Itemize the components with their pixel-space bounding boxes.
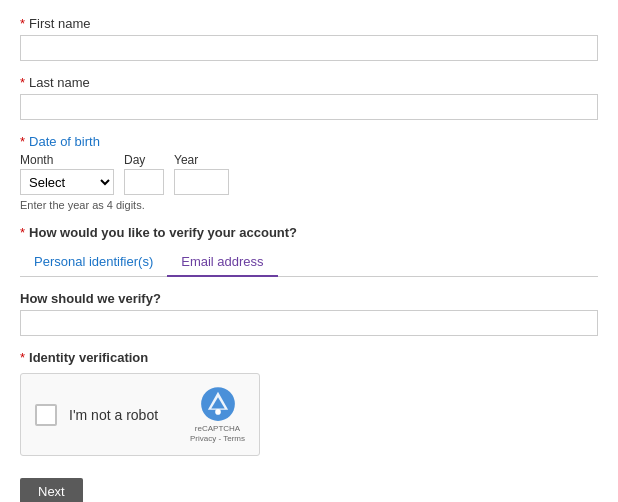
year-hint-text: Enter the year as 4 digits. <box>20 199 598 211</box>
how-verify-label: How should we verify? <box>20 291 598 306</box>
verify-required-star: * <box>20 225 25 240</box>
verify-tabs: Personal identifier(s) Email address <box>20 248 598 277</box>
tab-personal-identifiers[interactable]: Personal identifier(s) <box>20 248 167 277</box>
dob-label-text: Date of birth <box>29 134 100 149</box>
recaptcha-left: I'm not a robot <box>35 404 158 426</box>
day-sub-label: Day <box>124 153 164 167</box>
dob-label: * Date of birth <box>20 134 598 149</box>
first-name-group: * First name <box>20 16 598 61</box>
recaptcha-privacy-terms: Privacy - Terms <box>190 434 245 444</box>
last-name-group: * Last name <box>20 75 598 120</box>
verify-label: * How would you like to verify your acco… <box>20 225 598 240</box>
recaptcha-checkbox[interactable] <box>35 404 57 426</box>
next-button[interactable]: Next <box>20 478 83 502</box>
how-verify-section: How should we verify? <box>20 291 598 336</box>
day-input[interactable] <box>124 169 164 195</box>
tab-email-address[interactable]: Email address <box>167 248 277 277</box>
first-name-label: * First name <box>20 16 598 31</box>
recaptcha-box: I'm not a robot reCAPTCHA Privacy - Term… <box>20 373 260 456</box>
first-name-required-star: * <box>20 16 25 31</box>
first-name-label-text: First name <box>29 16 90 31</box>
last-name-label-text: Last name <box>29 75 90 90</box>
verify-section: * How would you like to verify your acco… <box>20 225 598 277</box>
identity-required-star: * <box>20 350 25 365</box>
dob-required-star: * <box>20 134 25 149</box>
month-sub-label: Month <box>20 153 114 167</box>
month-select[interactable]: Select January February March April May … <box>20 169 114 195</box>
how-verify-input[interactable] <box>20 310 598 336</box>
dob-fields: Month Select January February March Apri… <box>20 153 598 195</box>
recaptcha-branding: reCAPTCHA Privacy - Terms <box>190 424 245 443</box>
dob-section: * Date of birth Month Select January Feb… <box>20 134 598 211</box>
last-name-label: * Last name <box>20 75 598 90</box>
svg-point-1 <box>215 409 221 415</box>
month-field-group: Month Select January February March Apri… <box>20 153 114 195</box>
last-name-input[interactable] <box>20 94 598 120</box>
recaptcha-right: reCAPTCHA Privacy - Terms <box>190 386 245 443</box>
identity-label-text: Identity verification <box>29 350 148 365</box>
year-input[interactable] <box>174 169 229 195</box>
year-sub-label: Year <box>174 153 229 167</box>
year-field-group: Year <box>174 153 229 195</box>
identity-label: * Identity verification <box>20 350 598 365</box>
recaptcha-brand-name: reCAPTCHA <box>190 424 245 434</box>
day-field-group: Day <box>124 153 164 195</box>
recaptcha-label: I'm not a robot <box>69 407 158 423</box>
first-name-input[interactable] <box>20 35 598 61</box>
verify-question-text: How would you like to verify your accoun… <box>29 225 297 240</box>
last-name-required-star: * <box>20 75 25 90</box>
recaptcha-logo-icon <box>200 386 236 422</box>
identity-section: * Identity verification I'm not a robot … <box>20 350 598 456</box>
